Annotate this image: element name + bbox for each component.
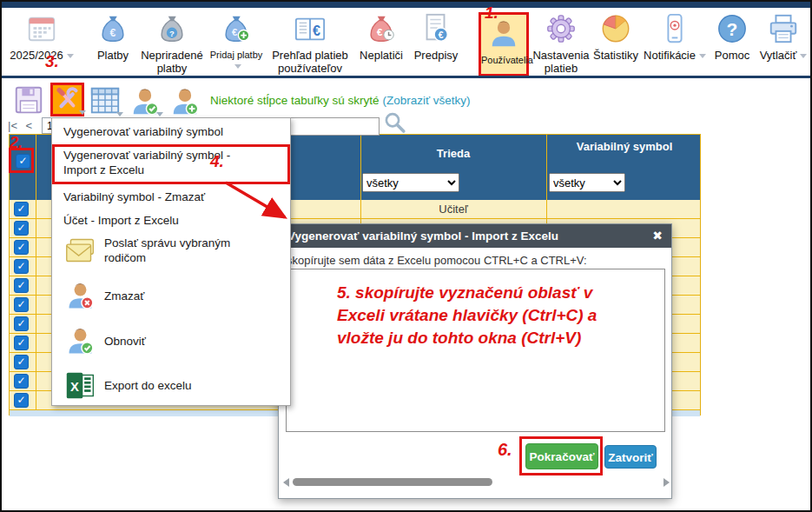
- toolbar-item-label: Štatistiky: [591, 50, 640, 63]
- row-checkbox[interactable]: ✓: [14, 316, 29, 331]
- toolbar-item-school-year[interactable]: 2025/2026: [3, 12, 80, 76]
- annotation-step6: 6.: [498, 440, 512, 460]
- toolbar-item-label: 2025/2026: [3, 50, 80, 63]
- question-circle-icon: ?: [710, 12, 754, 49]
- toolbar-item-vytlacit[interactable]: Vytlačiť: [756, 12, 811, 76]
- variable-symbol-filter-select[interactable]: všetky: [549, 173, 625, 192]
- status-text: Niektoré stĺpce tabuľky sú skryté: [210, 94, 380, 107]
- piechart-icon: [591, 12, 640, 49]
- top-border-bar: [2, 2, 810, 8]
- menu-item-gen-vs[interactable]: Vygenerovať variabilný symbol: [52, 125, 290, 140]
- menu-item-vs-delete[interactable]: Variabilný symbol - Zmazať: [52, 190, 290, 205]
- toolbar-item-predpisy[interactable]: €Predpisy: [412, 12, 460, 76]
- menu-item-account-import[interactable]: Účet - Import z Excelu: [52, 214, 290, 229]
- scroll-left-icon[interactable]: [283, 478, 289, 487]
- svg-text:€: €: [232, 27, 238, 37]
- annotation-step2: 2.: [10, 134, 23, 152]
- toolbar-item-label: Predpisy: [412, 50, 460, 63]
- toolbar-item-notifikacie[interactable]: Notifikácie: [644, 12, 706, 76]
- row-checkbox[interactable]: ✓: [14, 393, 29, 408]
- toolbar-item-pridaj-platby[interactable]: €Pridaj platby: [205, 12, 267, 76]
- toolbar-item-label: Pridaj platby: [205, 50, 267, 71]
- svg-text:€: €: [377, 27, 383, 37]
- menu-item-export-excel[interactable]: XExport do excelu: [52, 367, 290, 405]
- toolbar-item-label: Nastavenia platieb: [532, 50, 590, 75]
- close-button[interactable]: Zatvoriť: [604, 445, 657, 469]
- horizontal-scrollbar[interactable]: [293, 478, 492, 486]
- chevron-down-icon: [800, 54, 807, 58]
- group-row-label: Učiteľ: [360, 203, 546, 216]
- scroll-right-icon[interactable]: [663, 478, 670, 487]
- row-checkbox[interactable]: ✓: [14, 259, 29, 274]
- import-excel-dialog: Vygenerovať variabilný symbol - Import z…: [278, 223, 672, 499]
- row-checkbox[interactable]: ✓: [14, 374, 29, 389]
- excel-paste-area[interactable]: 5. skopírujte vyznačenú oblasť v Exceli …: [286, 269, 665, 432]
- chevron-down-icon: [79, 110, 86, 115]
- search-icon[interactable]: [382, 110, 408, 136]
- annotation-step5-note: 5. skopírujte vyznačenú oblasť v Exceli …: [337, 282, 597, 350]
- toolbar-item-nepriradene-platby[interactable]: ?Nepriradené platby: [141, 12, 203, 76]
- chevron-down-icon: [156, 112, 163, 116]
- svg-text:€: €: [439, 30, 444, 40]
- hidden-columns-status: Niektoré stĺpce tabuľky sú skryté(Zobraz…: [210, 94, 471, 107]
- svg-text:€: €: [313, 23, 320, 38]
- document-euro-icon: €: [412, 12, 460, 49]
- toolbar-item-label: Používatelia: [481, 55, 526, 65]
- person-check-icon: [64, 325, 96, 357]
- toolbar-item-statistiky[interactable]: Štatistiky: [591, 12, 640, 76]
- moneybag-plus-icon: €: [205, 12, 267, 49]
- calendar-icon: [3, 12, 80, 49]
- column-header-class: Trieda: [360, 147, 546, 161]
- menu-item-gen-vs-import[interactable]: Vygenerovať variabilný symbol - Import z…: [52, 149, 290, 178]
- menu-item-restore[interactable]: Obnoviť: [52, 322, 290, 361]
- menu-item-label: Obnoviť: [104, 335, 146, 349]
- row-checkbox[interactable]: ✓: [14, 202, 29, 216]
- column-divider: [36, 135, 36, 410]
- dialog-title: Vygenerovať variabilný symbol - Import z…: [279, 224, 671, 248]
- row-checkbox[interactable]: ✓: [14, 278, 29, 293]
- show-all-columns-link[interactable]: (Zobraziť všetky): [383, 94, 471, 107]
- toolbar-item-label: Notifikácie: [644, 50, 706, 63]
- app-window: 2025/2026€Platby?Nepriradené platby€Prid…: [0, 0, 812, 512]
- toolbar-item-platby[interactable]: €Platby: [89, 12, 137, 76]
- class-filter-select[interactable]: všetky: [362, 173, 459, 192]
- menu-item-send-message[interactable]: Poslať správu vybraným rodičom: [52, 232, 290, 270]
- row-checkbox[interactable]: ✓: [14, 336, 29, 350]
- toolbar-item-label: Prehľad platieb používateľov: [269, 50, 351, 75]
- prev-page-button[interactable]: <: [26, 119, 33, 132]
- save-button[interactable]: [12, 83, 45, 116]
- column-header-variable-symbol: Variabilný symbol: [572, 140, 677, 154]
- row-checkbox[interactable]: ✓: [14, 297, 29, 312]
- select-all-checkbox[interactable]: ✓: [16, 154, 30, 169]
- row-checkbox[interactable]: ✓: [14, 355, 29, 369]
- svg-text:?: ?: [169, 29, 175, 38]
- row-checkbox[interactable]: ✓: [14, 221, 29, 236]
- toolbar-item-nastavenia-platieb[interactable]: Nastavenia platieb: [532, 12, 590, 76]
- toolbar-item-neplatici[interactable]: €Neplatiči: [354, 12, 408, 76]
- tools-icon: [54, 101, 81, 116]
- menu-item-label: Zmazať: [104, 289, 144, 304]
- annotation-step3: 3.: [45, 52, 59, 71]
- toolbar-item-label: Nepriradené platby: [141, 50, 203, 75]
- first-page-button[interactable]: |<: [8, 119, 17, 132]
- printer-icon: [756, 12, 811, 49]
- continue-button[interactable]: Pokračovať: [525, 443, 598, 469]
- toolbar-item-label: Vytlačiť: [756, 50, 811, 63]
- moneybag-question-icon: ?: [141, 12, 203, 49]
- add-user-button[interactable]: [168, 85, 201, 118]
- person-x-icon: [64, 280, 96, 312]
- svg-text:€: €: [110, 27, 116, 39]
- moneybag-clock-icon: €: [354, 12, 408, 49]
- toolbar-item-prehlad-platieb[interactable]: €Prehľad platieb používateľov: [269, 12, 351, 76]
- close-icon[interactable]: ✖: [652, 224, 663, 248]
- menu-item-delete[interactable]: Zmazať: [52, 277, 290, 316]
- toolbar-item-pomoc[interactable]: ?Pomoc: [710, 12, 754, 76]
- row-checkbox[interactable]: ✓: [14, 240, 29, 255]
- chevron-down-icon: [234, 64, 241, 69]
- annotation-step4: 4.: [210, 152, 224, 171]
- menu-item-label: Export do excelu: [104, 379, 192, 394]
- chevron-down-icon: [699, 54, 706, 58]
- moneybag-euro-icon: €: [89, 12, 137, 49]
- excel-icon: X: [64, 369, 96, 402]
- phone-notification-icon: [644, 12, 706, 49]
